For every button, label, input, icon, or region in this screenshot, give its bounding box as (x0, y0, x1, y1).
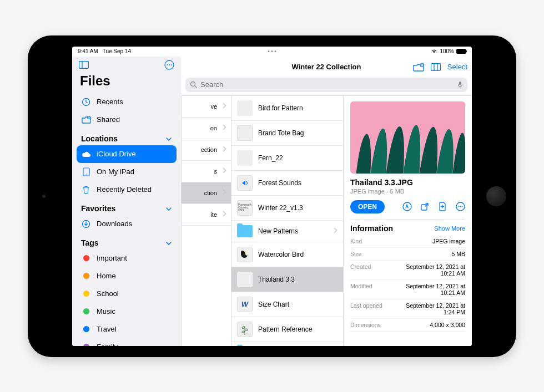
duplicate-icon[interactable] (437, 202, 447, 212)
open-button[interactable]: OPEN (350, 200, 385, 213)
multitask-dots[interactable] (268, 50, 276, 52)
parent-folder-item[interactable]: ve (182, 96, 231, 118)
parent-folder-item[interactable]: ction (182, 182, 231, 204)
sidebar-item-label: Recents (97, 98, 123, 106)
tags-header[interactable]: Tags (77, 233, 177, 250)
info-row: Dimensions4,000 x 3,000 (350, 319, 465, 332)
search-input[interactable] (200, 80, 454, 89)
chevron-down-icon (165, 134, 172, 143)
file-item[interactable]: Watercolor Bird (231, 242, 343, 267)
parent-folder-item[interactable]: ection (182, 139, 231, 161)
open-new-window-icon[interactable] (420, 202, 430, 212)
list-item-label: Bird for Pattern (258, 104, 338, 112)
info-key: Size (350, 251, 361, 257)
info-row: Size5 MB (350, 248, 465, 261)
file-item[interactable]: Thailand 3.3 (231, 267, 343, 292)
ipad-frame: 9:41 AM Tue Sep 14 100% (28, 35, 516, 357)
image-thumb-icon (237, 100, 253, 116)
folder-icon (237, 225, 253, 237)
home-button[interactable] (486, 186, 506, 206)
sidebar-item-label: On My iPad (97, 167, 134, 176)
list-item-label: Forest Sounds (258, 179, 338, 187)
sidebar-item-recently-deleted[interactable]: Recently Deleted (77, 181, 177, 198)
sidebar-tag-travel[interactable]: Travel (77, 320, 177, 338)
info-key: Kind (350, 238, 362, 245)
wifi-icon (431, 49, 437, 54)
sidebar-item-downloads[interactable]: Downloads (77, 215, 177, 233)
info-value: 5 MB (451, 251, 465, 257)
list-item-label: Pattern Reference (258, 325, 338, 333)
parent-folder-item[interactable]: s (182, 161, 231, 182)
svg-point-9 (85, 174, 86, 175)
audio-file-icon (237, 175, 253, 191)
sidebar-title: Files (72, 73, 181, 93)
file-item[interactable]: Pattern Reference (231, 317, 343, 342)
file-item[interactable]: PowerwalkCountry2022Winter 22_v1.3 (231, 196, 343, 221)
tag-label: Music (97, 307, 115, 315)
mic-icon[interactable] (457, 81, 463, 89)
chevron-right-icon (223, 211, 226, 218)
sidebar-item-on-ipad[interactable]: On My iPad (77, 163, 177, 181)
image-thumb-icon (237, 272, 253, 287)
status-date: Tue Sep 14 (103, 48, 131, 54)
file-item[interactable]: Fern_22 (231, 146, 343, 171)
list-item-label: Winter 22_v1.3 (258, 204, 338, 212)
column-files: Bird for PatternBrand Tote BagFern_22For… (231, 96, 343, 346)
sidebar-tag-home[interactable]: Home (77, 267, 177, 285)
sidebar-toggle-icon[interactable] (79, 61, 89, 69)
search-icon (190, 81, 197, 88)
sidebar-tag-important[interactable]: Important (77, 250, 177, 267)
info-value: September 12, 2021 at 10:21 AM (399, 263, 465, 277)
header-bar: Winter 22 Collection Select (181, 57, 472, 78)
new-folder-icon[interactable] (413, 63, 424, 72)
file-item[interactable]: New Patterns (231, 221, 343, 242)
tag-label: Home (97, 272, 116, 280)
file-item[interactable]: Forest Sounds (231, 171, 343, 196)
more-actions-icon[interactable] (455, 202, 465, 212)
list-item-label: ection (186, 146, 217, 153)
file-item[interactable]: Bird for Pattern (231, 96, 343, 121)
favorites-header[interactable]: Favorites (77, 198, 177, 215)
sidebar-item-shared[interactable]: Shared (77, 111, 177, 129)
download-icon (81, 219, 91, 229)
tag-label: Travel (97, 325, 117, 333)
sidebar-tag-music[interactable]: Music (77, 303, 177, 320)
list-item-label: ction (186, 190, 217, 196)
select-button[interactable]: Select (447, 63, 467, 71)
header-title: Winter 22 Collection (292, 63, 361, 71)
sidebar-item-icloud[interactable]: iCloud Drive (77, 145, 177, 163)
ipad-icon (81, 167, 91, 177)
info-value: JPEG image (432, 238, 465, 245)
markup-icon[interactable] (402, 202, 412, 212)
sidebar-item-recents[interactable]: Recents (77, 93, 177, 111)
sidebar-tag-school[interactable]: School (77, 285, 177, 303)
sidebar-tag-family[interactable]: Family (77, 338, 177, 346)
svg-point-22 (458, 206, 459, 207)
file-item[interactable]: Photo Shoot Locations (231, 342, 343, 346)
list-item-label: New Patterns (258, 227, 328, 235)
search-field[interactable] (185, 78, 467, 92)
file-item[interactable]: WSize Chart (231, 292, 343, 317)
svg-point-23 (460, 206, 461, 207)
chevron-right-icon (223, 124, 226, 132)
parent-folder-item[interactable]: ite (182, 204, 231, 226)
svg-point-5 (171, 64, 172, 65)
tag-dot-icon (81, 342, 91, 346)
word-doc-icon: W (237, 297, 253, 312)
tag-label: Family (97, 343, 118, 346)
file-preview[interactable] (350, 101, 465, 174)
view-mode-icon[interactable] (431, 63, 441, 71)
more-icon[interactable] (164, 60, 174, 70)
list-item-label: Thailand 3.3 (258, 276, 338, 283)
tag-dot-icon (81, 324, 91, 334)
svg-rect-0 (79, 61, 89, 68)
file-item[interactable]: Brand Tote Bag (231, 121, 343, 146)
information-header: Information (350, 224, 393, 233)
locations-header[interactable]: Locations (77, 129, 177, 145)
svg-point-7 (87, 116, 90, 119)
parent-folder-item[interactable]: on (182, 118, 231, 139)
chevron-down-icon (165, 204, 172, 213)
list-item-label: Brand Tote Bag (258, 129, 338, 137)
tag-label: Important (97, 254, 127, 262)
show-more-button[interactable]: Show More (434, 225, 465, 232)
